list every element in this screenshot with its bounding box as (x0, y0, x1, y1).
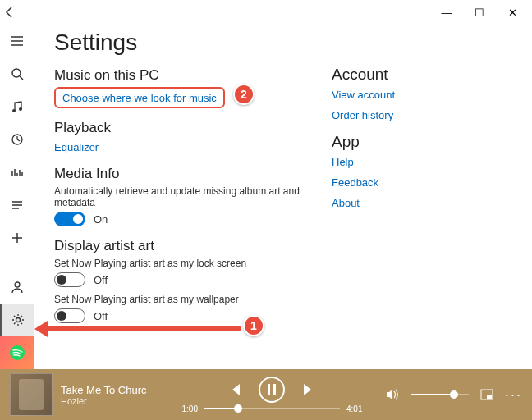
add-icon[interactable] (0, 221, 34, 254)
track-artist: Hozier (61, 396, 159, 406)
svg-point-2 (19, 107, 22, 111)
recent-icon[interactable] (0, 123, 34, 156)
callout-badge-1: 1 (243, 315, 264, 336)
callout-badge-2: 2 (233, 84, 255, 105)
section-account: Account (332, 66, 512, 84)
album-art[interactable] (10, 373, 53, 416)
back-button[interactable] (3, 6, 36, 19)
track-title: Take Me To Churc (61, 384, 159, 396)
order-history-link[interactable]: Order history (332, 109, 512, 121)
media-info-desc: Automatically retrieve and update missin… (54, 185, 307, 208)
player-bar: Take Me To Churc Hozier 1:00 4:01 ··· (0, 369, 532, 420)
section-media-info: Media Info (54, 166, 307, 182)
wallpaper-desc: Set Now Playing artist art as my wallpap… (54, 294, 307, 305)
page-title: Settings (54, 30, 307, 56)
pause-button[interactable] (259, 377, 285, 403)
maximize-button[interactable]: ☐ (463, 7, 496, 19)
now-playing-icon[interactable] (0, 156, 34, 189)
lockscreen-desc: Set Now Playing artist art as my lock sc… (54, 258, 307, 269)
volume-icon[interactable] (385, 387, 400, 402)
minimize-button[interactable]: — (430, 7, 463, 19)
hamburger-icon[interactable] (0, 25, 34, 57)
section-playback: Playback (54, 120, 307, 136)
lockscreen-toggle[interactable] (54, 272, 85, 287)
close-button[interactable]: ✕ (496, 7, 529, 19)
wallpaper-toggle[interactable] (54, 308, 85, 323)
search-icon[interactable] (0, 57, 34, 90)
wallpaper-state: Off (94, 310, 108, 322)
volume-slider[interactable] (411, 394, 469, 395)
lockscreen-state: Off (94, 274, 108, 286)
svg-rect-8 (273, 384, 276, 395)
time-total: 4:01 (346, 404, 362, 413)
playlists-icon[interactable] (0, 189, 34, 221)
next-button[interactable] (301, 382, 316, 397)
choose-music-location-link[interactable]: Choose where we look for music (62, 92, 217, 104)
svg-point-4 (15, 282, 20, 287)
svg-point-0 (12, 69, 21, 77)
svg-rect-10 (487, 395, 492, 399)
sidebar (0, 25, 34, 369)
svg-rect-7 (268, 384, 270, 395)
seek-bar[interactable] (204, 408, 340, 409)
callout-box-2: Choose where we look for music (54, 87, 225, 108)
time-elapsed: 1:00 (181, 404, 197, 413)
section-music-on-pc: Music on this PC (54, 67, 307, 84)
svg-point-1 (12, 109, 16, 112)
music-icon[interactable] (0, 90, 34, 123)
previous-button[interactable] (227, 382, 242, 397)
media-info-state: On (94, 213, 108, 226)
miniplayer-icon[interactable] (480, 389, 493, 400)
feedback-link[interactable]: Feedback (332, 176, 512, 189)
help-link[interactable]: Help (332, 156, 512, 168)
view-account-link[interactable]: View account (332, 89, 512, 101)
equalizer-link[interactable]: Equalizer (54, 141, 99, 153)
callout-arrow-1 (38, 326, 241, 331)
about-link[interactable]: About (332, 197, 512, 209)
section-app: App (332, 133, 512, 151)
spotify-icon[interactable] (0, 336, 34, 369)
more-icon[interactable]: ··· (505, 386, 522, 404)
media-info-toggle[interactable] (54, 212, 85, 226)
section-artist-art: Display artist art (54, 238, 307, 254)
account-icon[interactable] (0, 271, 34, 304)
svg-point-5 (16, 318, 21, 322)
